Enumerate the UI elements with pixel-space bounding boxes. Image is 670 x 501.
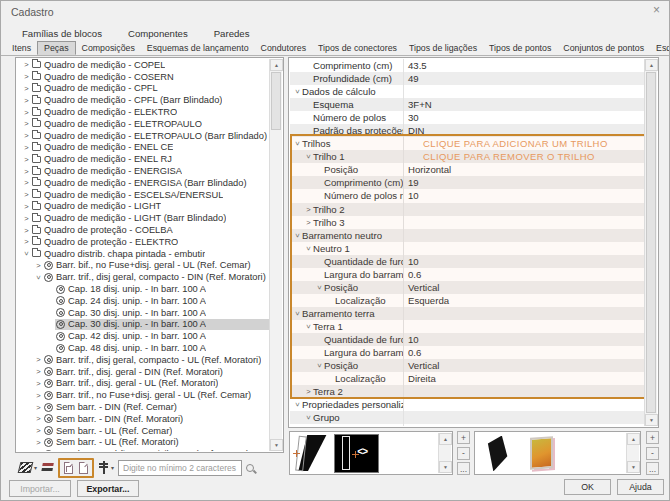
property-value[interactable]: DIN [404, 125, 644, 136]
chevron-icon[interactable] [22, 202, 31, 211]
property-value[interactable]: 10 [404, 256, 644, 267]
chevron-icon[interactable] [34, 273, 43, 282]
search-button[interactable] [246, 464, 254, 472]
paste-part-button[interactable] [79, 462, 88, 474]
chevron-icon[interactable] [304, 387, 313, 396]
property-value[interactable]: 0.6 [404, 269, 644, 280]
secondary-tab[interactable]: Tipos de ligações [403, 41, 483, 55]
chevron-icon[interactable] [293, 87, 302, 96]
tree-item[interactable]: Quadro de medição - ELETROPAULO (Barr Bl… [17, 130, 269, 142]
chevron-icon[interactable] [304, 152, 313, 161]
tree-item[interactable]: Barr. trif., no Fuse+disj. geral - UL (R… [17, 389, 269, 401]
property-value[interactable]: 19 [404, 177, 644, 188]
tree-item[interactable]: Barr. trif., disj. geral - DIN (Ref. Mor… [17, 366, 269, 378]
chevron-icon[interactable] [34, 391, 43, 400]
property-value[interactable]: Direita [404, 373, 644, 384]
pole-dropdown-icon[interactable] [111, 464, 114, 471]
tree-item[interactable]: Quadro de medição - LIGHT [17, 201, 269, 213]
property-row[interactable]: Número de polos 30 [290, 111, 644, 124]
tree-item[interactable]: Barr. bif., no Fuse+disj. geral - UL (Re… [17, 260, 269, 272]
property-row[interactable]: Quantidade de furos 10 [290, 333, 644, 346]
secondary-tab[interactable]: Tipos de conectores [312, 41, 403, 55]
tree-item[interactable]: Cap. 30 disj. unip. - In barr. 100 A [17, 307, 269, 319]
property-row[interactable]: Barramento neutro [290, 229, 644, 242]
property-row[interactable]: Terra 1 [290, 320, 644, 333]
property-value[interactable]: Vertical [404, 360, 644, 371]
chevron-icon[interactable] [34, 261, 43, 270]
tree-item[interactable]: Quadro de medição - ELEKTRO [17, 106, 269, 118]
property-row[interactable]: Trilhos CLIQUE PARA ADICIONAR UM TRILHO [290, 137, 644, 150]
search-input[interactable] [118, 460, 242, 476]
property-row[interactable]: Localização Esquerda [290, 294, 644, 307]
property-value[interactable]: 49 [404, 73, 644, 84]
importar-button[interactable]: Importar... [9, 480, 71, 497]
chevron-icon[interactable] [34, 426, 43, 435]
property-row[interactable]: Largura do barrame... 0.6 [290, 268, 644, 281]
exportar-button[interactable]: Exportar... [77, 480, 139, 497]
terminal-tool-button[interactable] [41, 462, 54, 473]
property-row[interactable]: Posição Horizontal [290, 163, 644, 176]
property-row[interactable]: Neutro 1 [290, 242, 644, 255]
chevron-icon[interactable] [22, 84, 31, 93]
chevron-icon[interactable] [34, 403, 43, 412]
property-value[interactable]: 10 [404, 334, 644, 345]
property-value[interactable]: 10 [404, 190, 644, 201]
tree-item[interactable]: Quadro de medição - ENEL CE [17, 142, 269, 154]
property-row[interactable]: Largura do barrame... 0.6 [290, 346, 644, 359]
primary-tab[interactable]: Paredes [201, 27, 263, 41]
tree-item[interactable]: Sem barr. - UL (Ref. Cemar) [17, 425, 269, 437]
property-row[interactable]: Grupo [290, 411, 644, 424]
chevron-icon[interactable] [293, 309, 302, 318]
close-icon[interactable]: × [653, 4, 660, 16]
property-row[interactable]: Comprimento (cm) 43.5 [290, 59, 644, 72]
thumbnail-3d-plate[interactable] [477, 434, 517, 473]
property-value[interactable]: 43.5 [404, 60, 644, 71]
chevron-icon[interactable] [34, 367, 43, 376]
ok-button[interactable]: OK [564, 479, 611, 495]
property-row[interactable]: Trilho 3 [290, 216, 644, 229]
remove-3d-button[interactable]: - [646, 447, 659, 460]
tree-item[interactable]: Quadro de medição - ELETROPAULO [17, 118, 269, 130]
chevron-icon[interactable] [22, 96, 31, 105]
grid-scrollbar[interactable] [644, 59, 657, 426]
chevron-icon[interactable] [22, 190, 31, 199]
secondary-tab[interactable]: Composições [76, 41, 141, 55]
chevron-icon[interactable] [34, 379, 43, 388]
rail-tool-button[interactable] [19, 462, 32, 473]
property-row[interactable]: Terra 2 [290, 385, 644, 398]
chevron-icon[interactable] [22, 167, 31, 176]
scrollbar-thumb[interactable] [646, 72, 656, 413]
scroll-down-icon[interactable] [270, 439, 283, 451]
scroll-down-icon[interactable] [439, 461, 452, 473]
tree-item[interactable]: Barr. trif., disj geral, compacto - UL (… [17, 354, 269, 366]
tree-item[interactable]: Quadro de medição - COPEL [17, 59, 269, 71]
ajuda-button[interactable]: Ajuda [617, 479, 664, 495]
tree-scrollbar[interactable] [269, 59, 282, 451]
property-row[interactable]: Padrão das proteções DIN [290, 124, 644, 137]
thumbnail-2d-selected[interactable]: <> [334, 434, 379, 473]
chevron-icon[interactable] [22, 108, 31, 117]
chevron-icon[interactable] [22, 249, 31, 258]
tree-item[interactable]: Quadro de medição - COSERN [17, 71, 269, 83]
property-row[interactable]: Posição Vertical [290, 281, 644, 294]
secondary-tab[interactable]: Peças [37, 41, 75, 55]
scroll-down-icon[interactable] [627, 461, 640, 473]
scroll-up-icon[interactable] [270, 59, 283, 71]
tree-item[interactable]: Cap. 48 disj. unip. - In barr. 100 A [17, 342, 269, 354]
chevron-icon[interactable] [22, 60, 31, 69]
chevron-icon[interactable] [315, 361, 324, 370]
rail-dropdown-icon[interactable] [34, 464, 37, 471]
chevron-icon[interactable] [22, 226, 31, 235]
tree-item[interactable]: Quadro distrib. chapa pintada - embutir [17, 248, 269, 260]
copy-part-button[interactable] [64, 462, 73, 474]
property-row[interactable]: Posição Vertical [290, 359, 644, 372]
chevron-icon[interactable] [315, 283, 324, 292]
chevron-icon[interactable] [293, 139, 302, 148]
chevron-icon[interactable] [22, 155, 31, 164]
property-row[interactable]: Número de polos no... 10 [290, 189, 644, 202]
secondary-tab[interactable]: Esquemas de lançamento [141, 41, 255, 55]
tree-item[interactable]: Cap. 18 disj. unip. - In barr. 100 A [17, 283, 269, 295]
chevron-icon[interactable] [22, 237, 31, 246]
chevron-icon[interactable] [34, 450, 43, 451]
tree-item[interactable]: Quadro de medição - LIGHT (Barr Blindado… [17, 212, 269, 224]
